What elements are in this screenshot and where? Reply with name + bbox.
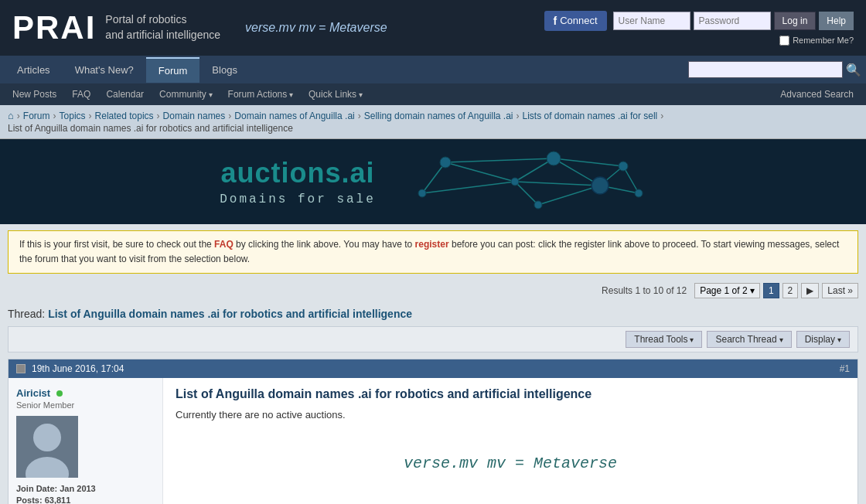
sub-nav-faq[interactable]: FAQ: [64, 86, 98, 103]
svg-line-8: [538, 186, 600, 205]
sub-nav-quick-links[interactable]: Quick Links: [301, 86, 370, 103]
breadcrumb-lists[interactable]: Lists of domain names .ai for sell: [523, 111, 658, 121]
register-link[interactable]: register: [415, 239, 449, 250]
results-text: Results 1 to 10 of 12: [602, 285, 687, 296]
banner-text: auctions.ai Domains for sale: [220, 157, 376, 206]
logo-description: Portal of robotics and artificial intell…: [105, 12, 220, 43]
post-title: List of Anguilla domain names .ai for ro…: [176, 387, 845, 401]
page-dropdown[interactable]: Page 1 of 2 ▾: [694, 283, 760, 298]
breadcrumb-current: List of Anguilla domain names .ai for ro…: [8, 123, 293, 134]
remember-me-label: Remember Me?: [793, 36, 854, 45]
post-content: Airicist Senior Member Join Date: Jan 20…: [9, 378, 857, 504]
post-body: Currently there are no active auctions.: [176, 407, 845, 424]
svg-point-20: [635, 189, 643, 197]
thread-tools-arrow-icon: ▾: [690, 335, 694, 344]
post-header: 19th June 2016, 17:04 #1: [9, 359, 857, 378]
logo-tagline: verse.mv mv = Metaverse: [245, 21, 387, 35]
svg-point-22: [33, 424, 61, 451]
breadcrumb-domain-names-anguilla[interactable]: Domain names of Anguilla .ai: [234, 111, 354, 121]
thread-title: List of Anguilla domain names .ai for ro…: [48, 308, 412, 320]
help-button[interactable]: Help: [819, 12, 854, 30]
nav-tab-blogs[interactable]: Blogs: [199, 58, 250, 82]
svg-point-14: [511, 178, 519, 186]
page-button-1[interactable]: 1: [763, 283, 779, 298]
user-join-date-row: Join Date: Jan 2013: [16, 484, 155, 493]
thread-tools-button[interactable]: Thread Tools ▾: [626, 331, 702, 348]
sub-nav-community[interactable]: Community: [152, 86, 220, 103]
svg-point-19: [418, 189, 426, 197]
user-posts-row: Posts: 63,811: [16, 495, 155, 504]
svg-line-7: [515, 182, 538, 205]
svg-line-3: [515, 182, 600, 186]
page-last-button[interactable]: Last »: [822, 283, 858, 298]
advanced-search-link[interactable]: Advanced Search: [772, 86, 861, 103]
online-status-indicator: [56, 390, 63, 397]
faq-link[interactable]: FAQ: [214, 239, 234, 250]
search-input[interactable]: [688, 61, 843, 78]
post-sidebar: Airicist Senior Member Join Date: Jan 20…: [9, 378, 163, 504]
thread-label: Thread:: [8, 308, 45, 320]
nav-tab-forum[interactable]: Forum: [146, 57, 200, 83]
password-input[interactable]: [694, 12, 771, 30]
svg-point-16: [592, 177, 609, 194]
page-button-2[interactable]: 2: [782, 283, 799, 298]
breadcrumb-forum[interactable]: Forum: [23, 111, 50, 121]
header-right: f Connect Log in Help Remember Me?: [544, 11, 854, 46]
home-icon[interactable]: ⌂: [8, 110, 14, 121]
username-input[interactable]: [613, 12, 690, 30]
search-thread-arrow-icon: ▾: [779, 335, 783, 344]
logo-text: PRAI: [12, 12, 96, 44]
svg-line-1: [445, 158, 554, 162]
post-number: #1: [840, 363, 850, 374]
sub-nav-calendar[interactable]: Calendar: [98, 86, 152, 103]
user-rank: Senior Member: [16, 400, 155, 410]
page-next-button[interactable]: ▶: [801, 283, 819, 298]
svg-point-13: [440, 157, 451, 168]
post-username-area: Airicist: [16, 387, 155, 399]
logo-area: PRAI Portal of robotics and artificial i…: [12, 12, 387, 44]
post-username[interactable]: Airicist: [16, 387, 50, 399]
svg-point-15: [547, 152, 561, 165]
sub-nav: New Posts FAQ Calendar Community Forum A…: [0, 83, 866, 105]
post-footer-tagline: verse.mv mv = Metaverse: [176, 455, 845, 472]
svg-point-18: [534, 201, 542, 209]
banner-content: auctions.ai Domains for sale: [220, 147, 646, 216]
nav-tab-articles[interactable]: Articles: [5, 58, 63, 82]
pagination-area: Results 1 to 10 of 12 Page 1 of 2 ▾ 1 2 …: [0, 280, 866, 301]
banner-area: auctions.ai Domains for sale: [0, 139, 866, 224]
nav-bar: Articles What's New? Forum Blogs 🔍: [0, 56, 866, 83]
display-button[interactable]: Display ▾: [796, 331, 850, 348]
sub-nav-forum-actions[interactable]: Forum Actions: [220, 86, 301, 103]
facebook-connect-button[interactable]: f Connect: [544, 11, 607, 31]
display-arrow-icon: ▾: [837, 335, 841, 344]
remember-me-checkbox[interactable]: [779, 36, 789, 46]
facebook-icon: f: [554, 15, 557, 27]
banner-network-graphic: [399, 147, 646, 216]
banner-subtitle: Domains for sale: [220, 192, 376, 206]
breadcrumb: ⌂ › Forum › Topics › Related topics › Do…: [0, 105, 866, 139]
avatar: [16, 416, 78, 478]
thread-tools-bar: Thread Tools ▾ Search Thread ▾ Display ▾: [8, 326, 858, 352]
login-button[interactable]: Log in: [774, 12, 817, 30]
nav-tab-whats-new[interactable]: What's New?: [63, 58, 146, 82]
search-box: 🔍: [688, 61, 861, 78]
post-date-icon: [16, 364, 26, 373]
post-date: 19th June 2016, 17:04: [32, 363, 124, 374]
remember-me-area: Remember Me?: [779, 36, 854, 46]
site-header: PRAI Portal of robotics and artificial i…: [0, 0, 866, 56]
breadcrumb-selling[interactable]: Selling domain names of Anguilla .ai: [364, 111, 513, 121]
breadcrumb-topics[interactable]: Topics: [60, 111, 86, 121]
info-box: If this is your first visit, be sure to …: [8, 230, 858, 274]
post-area: 19th June 2016, 17:04 #1 Airicist Senior…: [8, 359, 858, 504]
sub-nav-new-posts[interactable]: New Posts: [5, 86, 64, 103]
banner-title: auctions.ai: [220, 157, 376, 189]
search-icon[interactable]: 🔍: [846, 63, 861, 77]
avatar-image: [16, 416, 78, 478]
search-thread-button[interactable]: Search Thread ▾: [707, 331, 791, 348]
breadcrumb-domain-names[interactable]: Domain names: [163, 111, 226, 121]
post-main: List of Anguilla domain names .ai for ro…: [163, 378, 857, 504]
thread-header: Thread: List of Anguilla domain names .a…: [0, 301, 866, 326]
login-area: Log in Help: [613, 12, 854, 30]
svg-line-10: [422, 182, 515, 193]
breadcrumb-related-topics[interactable]: Related topics: [95, 111, 154, 121]
